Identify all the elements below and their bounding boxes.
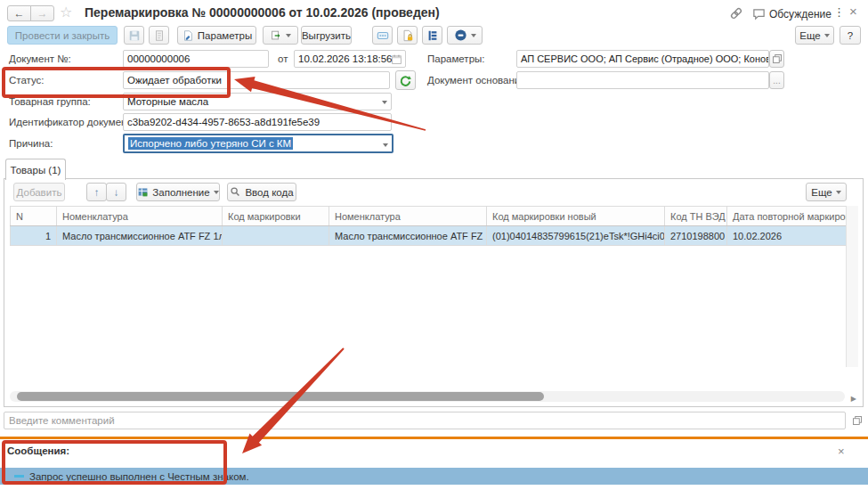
open-icon [852,415,863,426]
document-lock-icon [402,29,414,42]
parameters-field[interactable]: АП СЕРВИС ООО; АП Сервис (Отрадное) ООО;… [516,50,769,68]
tab-goods[interactable]: Товары (1) [5,159,66,180]
cell-nomenclature-new: Масло трансмиссионное ATF FZ 1л [329,226,487,246]
close-window-icon[interactable]: × [849,4,857,19]
post-document-button[interactable] [149,26,169,45]
table-row[interactable]: 1 Масло трансмиссионное ATF FZ 1л Масло … [11,226,848,246]
save-button[interactable] [124,26,144,45]
scroll-right-arrow-icon[interactable]: ▶ [851,395,856,403]
base-document-input[interactable] [516,71,769,89]
vertical-scrollbar[interactable] [846,206,858,367]
product-group-label: Товарная группа: [9,96,91,107]
table-more-label: Еще [811,187,831,198]
doc-number-input[interactable]: 00000000006 [123,50,269,68]
cell-remark-date: 10.02.2026 [727,226,848,246]
favorite-star-icon[interactable]: ☆ [60,4,72,20]
reason-label: Причина: [9,138,53,149]
table-header-row: N Номенклатура Код маркировки Номенклату… [11,207,848,226]
structure-icon [426,29,439,42]
dropdown-caret-icon [471,34,476,37]
status-label: Статус: [9,75,45,86]
message-text: Запрос успешно выполнен с Честным знаком… [29,471,249,482]
doc-date-input[interactable]: 10.02.2026 13:18:56 [294,50,406,68]
calendar-icon[interactable] [391,53,402,65]
post-and-close-button[interactable]: Провести и закрыть [7,26,118,45]
col-header-n[interactable]: N [11,207,57,226]
magnifier-icon [230,186,241,198]
fill-label: Заполнение [152,187,209,198]
cell-n: 1 [11,226,57,246]
horizontal-scrollbar[interactable] [10,391,845,402]
upload-button[interactable]: Выгрузить [301,26,352,45]
page-title: Перемаркировка № 00000000006 от 10.02.20… [85,5,440,20]
open-comment-button[interactable] [849,412,864,429]
document-id-label: Идентификатор документа: [9,117,140,127]
nav-buttons: ←→ [7,4,54,21]
add-row-button[interactable]: Добавить [13,183,65,201]
status-circle-button[interactable] [447,26,483,45]
open-parameters-button[interactable] [769,50,784,68]
post-document-icon [153,29,166,42]
arrow-down-icon: ↓ [114,187,119,198]
messages-close-icon[interactable]: × [838,445,845,458]
kebab-menu-icon[interactable]: ⋮ [833,5,845,19]
col-header-marking-code[interactable]: Код маркировки [223,207,329,226]
dropdown-caret-icon [824,34,830,37]
parameters-field-label: Параметры: [427,53,485,64]
remarking-document-window: ←→ ☆ Перемаркировка № 00000000006 от 10.… [0,0,868,490]
cell-nomenclature: Масло трансмиссионное ATF FZ 1л [57,226,223,246]
table-more-button[interactable]: Еще [806,183,847,201]
enter-code-button[interactable]: Ввод кода [227,183,296,201]
forward-button[interactable]: → [30,5,54,21]
discussion-label[interactable]: Обсуждение [769,8,831,20]
base-document-choose-button[interactable]: ... [769,71,784,89]
product-group-select[interactable]: Моторные масла [123,93,392,110]
refresh-status-button[interactable] [395,70,416,90]
fill-table-icon [137,186,149,198]
move-up-button[interactable]: ↑ [86,183,107,201]
more-button[interactable]: Еще [795,26,834,45]
open-icon [772,53,783,64]
col-header-marking-code-new[interactable]: Код маркировки новый [487,207,665,226]
reason-value: Испорчено либо утеряно СИ с КМ [128,137,293,150]
goods-group: Добавить ↑ ↓ Заполнение Ввод кода Еще N [4,178,864,407]
comment-input[interactable] [4,412,846,429]
dropdown-caret-icon [286,34,291,37]
move-down-button[interactable]: ↓ [106,183,126,201]
more-label: Еще [799,30,820,41]
base-document-label: Документ основание: [427,75,529,86]
parameters-label: Параметры [198,30,252,41]
doc-number-label: Документ №: [9,53,71,64]
create-based-on-icon [270,29,282,42]
back-button[interactable]: ← [7,5,31,21]
message-item[interactable]: Запрос успешно выполнен с Честным знаком… [0,468,868,485]
help-button[interactable]: ? [840,26,861,45]
reason-select[interactable]: Испорчено либо утеряно СИ с КМ [123,134,393,153]
message-dash-icon [14,475,24,478]
status-circle-icon [454,29,467,42]
col-header-remark-date[interactable]: Дата повторной маркировки [727,207,848,226]
col-header-nomenclature-new[interactable]: Номенклатура [329,207,487,226]
discussion-bubble-icon[interactable] [752,7,766,20]
create-based-on-button[interactable] [263,26,298,45]
document-lock-button[interactable] [397,26,418,45]
save-icon [128,29,141,42]
link-icon[interactable] [729,6,743,20]
horizontal-scrollbar-thumb[interactable] [17,392,544,401]
refresh-icon [399,74,412,87]
product-group-value: Моторные масла [127,96,208,107]
document-id-input[interactable]: c3ba9202-d434-4957-8653-a8d191fe5e39 [123,113,392,131]
col-header-tnved[interactable]: Код ТН ВЭД [665,207,727,226]
chevron-down-icon[interactable] [382,101,387,104]
dropdown-caret-icon [836,191,841,194]
fill-button[interactable]: Заполнение [136,183,220,201]
chevron-down-icon[interactable] [383,143,388,147]
status-input[interactable]: Ожидает обработки [123,71,390,89]
structure-button[interactable] [422,26,442,45]
col-header-nomenclature[interactable]: Номенклатура [57,207,223,226]
scanner-card-button[interactable] [372,26,393,45]
cell-marking-code-new: (01)04014835799615(21)eTsk*!GHi4ci0 [487,226,665,246]
parameters-button[interactable]: Параметры [177,26,256,45]
scanner-card-icon [377,29,389,42]
enter-code-label: Ввод кода [245,187,293,198]
